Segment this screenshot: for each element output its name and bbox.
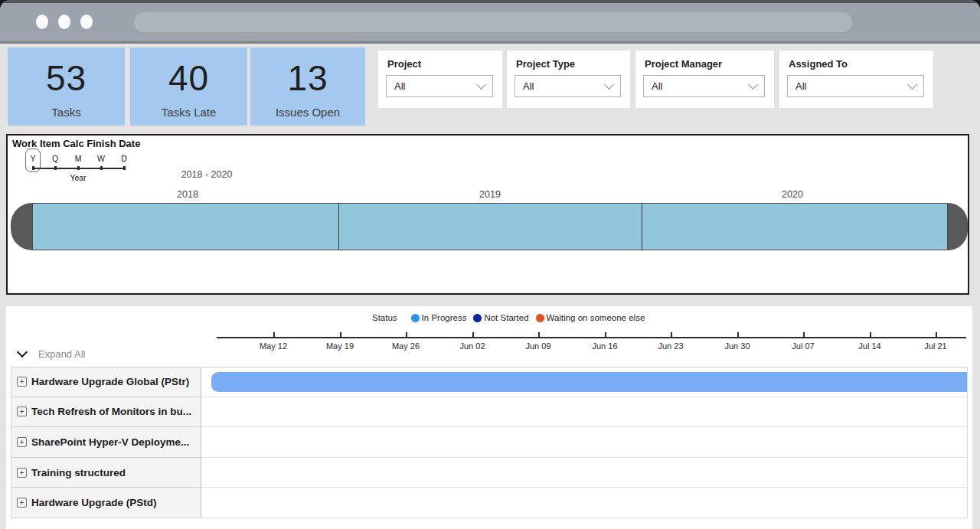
- axis-tick: Jul 14: [843, 332, 897, 351]
- axis-tick: May 12: [247, 332, 300, 351]
- expand-row-icon[interactable]: +: [17, 498, 27, 508]
- granularity-quarter-button[interactable]: Q: [47, 154, 63, 163]
- legend-label: Waiting on someone else: [547, 313, 645, 322]
- kpi-card-tasks: 53 Tasks: [8, 47, 125, 126]
- assigned-to-dropdown[interactable]: All: [787, 75, 924, 97]
- granularity-week-button[interactable]: W: [93, 154, 109, 163]
- granularity-year-button[interactable]: Y: [25, 154, 41, 163]
- legend-item-in-progress[interactable]: In Progress: [411, 313, 467, 322]
- axis-tick: May 26: [379, 332, 433, 351]
- granularity-tick: [77, 166, 80, 170]
- legend-label: In Progress: [422, 313, 467, 322]
- project-dropdown[interactable]: All: [386, 75, 493, 97]
- gantt-bar[interactable]: [211, 372, 967, 392]
- legend-dot-icon: [411, 314, 420, 322]
- window-control-dot-icon[interactable]: [80, 15, 93, 29]
- slider-right-handle[interactable]: [948, 203, 968, 250]
- legend-item-not-started[interactable]: Not Started: [473, 313, 528, 322]
- project-type-dropdown[interactable]: All: [514, 75, 621, 97]
- legend-title: Status: [372, 313, 397, 322]
- kpi-value: 40: [130, 60, 247, 96]
- kpi-card-tasks-late: 40 Tasks Late: [130, 47, 247, 126]
- expand-row-icon[interactable]: +: [17, 407, 27, 416]
- task-row: + Hardware Upgrade (PStd): [11, 488, 968, 518]
- task-chart-cell: [201, 427, 968, 458]
- task-label-cell[interactable]: + Tech Refresh of Monitors in bu...: [11, 397, 201, 428]
- timeline-slicer-panel: Work Item Calc Finish Date Y Q M W D Yea…: [6, 134, 969, 295]
- year-divider: [642, 204, 642, 250]
- kpi-label: Issues Open: [250, 106, 365, 119]
- legend-label: Not Started: [484, 313, 528, 322]
- granularity-tick: [123, 166, 126, 170]
- timeline-year-label: 2018: [165, 189, 211, 200]
- dropdown-value: All: [523, 80, 606, 92]
- task-name: Hardware Upgrade Global (PStr): [31, 376, 189, 387]
- task-row: + Tech Refresh of Monitors in bu...: [11, 397, 968, 428]
- granularity-tick: [32, 166, 34, 170]
- task-row: + Hardware Upgrade Global (PStr): [11, 367, 968, 397]
- filter-label: Project: [378, 51, 502, 70]
- kpi-value: 53: [8, 60, 125, 96]
- gantt-task-table: + Hardware Upgrade Global (PStr) + Tech …: [11, 367, 968, 518]
- chevron-down-icon: [748, 80, 758, 90]
- axis-tick: Jun 02: [446, 332, 499, 351]
- granularity-tick: [54, 166, 57, 170]
- browser-titlebar: [0, 0, 980, 44]
- task-name: Hardware Upgrade (PStd): [31, 497, 157, 508]
- expand-row-icon[interactable]: +: [17, 468, 27, 478]
- year-divider: [338, 204, 339, 250]
- task-chart-cell: [201, 458, 968, 488]
- address-bar[interactable]: [134, 12, 852, 32]
- expand-row-icon[interactable]: +: [17, 377, 27, 387]
- granularity-tick: [100, 166, 103, 170]
- timeline-range-label: 2018 - 2020: [161, 169, 253, 180]
- expand-row-icon[interactable]: +: [17, 437, 27, 447]
- axis-tick: Jun 23: [644, 332, 697, 351]
- dropdown-value: All: [795, 80, 909, 92]
- gantt-panel: Status In Progress Not Started Waiting o…: [6, 306, 972, 529]
- screen: 53 Tasks 40 Tasks Late 13 Issues Open Pr…: [0, 0, 980, 529]
- browser-window: 53 Tasks 40 Tasks Late 13 Issues Open Pr…: [0, 0, 980, 529]
- task-label-cell[interactable]: + Training structured: [11, 458, 201, 488]
- task-label-cell[interactable]: + SharePoint Hyper-V Deployme...: [11, 427, 201, 458]
- filter-label: Assigned To: [779, 51, 933, 70]
- task-chart-cell: [201, 488, 968, 518]
- timeline-year-label: 2019: [467, 189, 513, 200]
- gantt-legend: Status In Progress Not Started Waiting o…: [372, 313, 652, 322]
- window-control-dot-icon[interactable]: [36, 15, 48, 29]
- slider-selected-range[interactable]: [32, 203, 948, 250]
- filter-card-project-manager: Project Manager All: [635, 51, 774, 108]
- task-name: SharePoint Hyper-V Deployme...: [31, 436, 189, 448]
- kpi-value: 13: [250, 60, 365, 96]
- axis-tick: Jun 16: [578, 332, 632, 351]
- task-label-cell[interactable]: + Hardware Upgrade Global (PStr): [11, 367, 201, 397]
- timeline-title: Work Item Calc Finish Date: [12, 138, 140, 149]
- window-control-dot-icon[interactable]: [58, 15, 70, 29]
- granularity-month-button[interactable]: M: [70, 154, 86, 163]
- task-name: Training structured: [31, 467, 126, 478]
- filter-label: Project Type: [507, 51, 630, 70]
- project-manager-dropdown[interactable]: All: [643, 75, 765, 97]
- dashboard-canvas: 53 Tasks 40 Tasks Late 13 Issues Open Pr…: [0, 44, 980, 529]
- task-row: + Training structured: [11, 458, 968, 488]
- kpi-label: Tasks Late: [130, 106, 247, 119]
- filter-card-project-type: Project Type All: [507, 51, 630, 108]
- expand-all-button[interactable]: Expand All: [18, 348, 85, 360]
- timeline-year-label: 2020: [769, 189, 815, 200]
- kpi-card-issues-open: 13 Issues Open: [250, 47, 365, 126]
- legend-dot-icon: [473, 314, 482, 322]
- chevron-down-icon: [907, 80, 917, 90]
- filter-card-project: Project All: [378, 51, 502, 108]
- legend-item-waiting[interactable]: Waiting on someone else: [536, 313, 645, 322]
- chevron-down-icon: [476, 80, 486, 90]
- expand-all-label: Expand All: [38, 348, 85, 360]
- granularity-selected-label: Year: [55, 173, 101, 182]
- granularity-day-button[interactable]: D: [116, 154, 132, 163]
- slider-left-handle[interactable]: [11, 203, 32, 250]
- window-controls: [36, 15, 93, 29]
- dropdown-value: All: [652, 80, 750, 92]
- axis-tick: Jun 09: [511, 332, 565, 351]
- task-row: + SharePoint Hyper-V Deployme...: [11, 427, 968, 458]
- dropdown-value: All: [394, 80, 478, 92]
- task-label-cell[interactable]: + Hardware Upgrade (PStd): [11, 488, 201, 518]
